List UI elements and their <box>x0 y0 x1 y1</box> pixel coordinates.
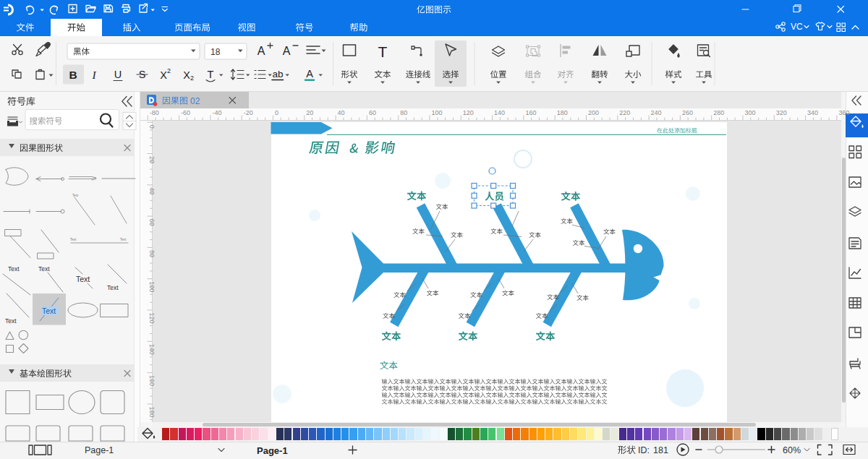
svg-text:320: 320 <box>776 109 787 116</box>
svg-text:A: A <box>306 68 313 80</box>
svg-text:40: 40 <box>338 109 345 116</box>
svg-text:U: U <box>114 69 122 80</box>
svg-text:T: T <box>378 43 388 60</box>
svg-text:A: A <box>258 45 265 57</box>
svg-text:2: 2 <box>167 67 171 74</box>
svg-text:0: 0 <box>275 109 278 116</box>
svg-text:Text: Text <box>120 238 127 241</box>
svg-text:Text: Text <box>38 265 50 273</box>
svg-text:A: A <box>283 45 291 57</box>
svg-text:X: X <box>160 69 167 81</box>
svg-text:ab: ab <box>272 69 283 80</box>
svg-text:160: 160 <box>525 109 536 116</box>
svg-text:X: X <box>183 69 190 81</box>
svg-text:-40: -40 <box>212 109 221 116</box>
svg-text:18: 18 <box>210 47 221 57</box>
svg-text:-20: -20 <box>244 109 253 116</box>
svg-text:60: 60 <box>369 109 376 116</box>
svg-text:240: 240 <box>651 109 662 116</box>
svg-text:Text: Text <box>107 284 119 291</box>
svg-text:220: 220 <box>619 109 630 116</box>
svg-text:300: 300 <box>745 109 756 116</box>
svg-text:B: B <box>69 69 77 81</box>
svg-text:20: 20 <box>306 109 313 116</box>
svg-text:Text: Text <box>70 238 77 241</box>
svg-text:340: 340 <box>807 109 818 116</box>
svg-text:360: 360 <box>838 109 849 116</box>
svg-text:260: 260 <box>682 109 693 116</box>
svg-text:0: 0 <box>148 125 156 129</box>
svg-text:-80: -80 <box>150 109 159 116</box>
svg-text:120: 120 <box>463 109 474 116</box>
svg-text:Text: Text <box>42 306 56 315</box>
svg-text:Page-1: Page-1 <box>257 445 288 456</box>
svg-text:Text: Text <box>76 275 90 283</box>
svg-text:VC: VC <box>791 22 803 32</box>
svg-text:-60: -60 <box>181 109 190 116</box>
svg-text:2: 2 <box>190 74 194 82</box>
svg-text:Text: Text <box>8 265 20 273</box>
svg-text:02: 02 <box>190 96 200 106</box>
svg-text:181: 181 <box>653 445 668 455</box>
svg-text:T: T <box>208 69 214 80</box>
svg-text:180: 180 <box>557 109 568 116</box>
svg-text:60: 60 <box>148 219 156 226</box>
svg-text:100: 100 <box>432 109 443 116</box>
svg-text:80: 80 <box>148 250 156 257</box>
svg-text:60%: 60% <box>783 445 801 455</box>
svg-text:I: I <box>91 69 96 81</box>
svg-text:140: 140 <box>494 109 505 116</box>
svg-text:ID:: ID: <box>638 445 650 455</box>
svg-text:20: 20 <box>148 156 156 163</box>
svg-text:80: 80 <box>400 109 407 116</box>
svg-text:40: 40 <box>148 187 156 194</box>
svg-text:Text: Text <box>5 317 17 325</box>
svg-text:Text: Text <box>72 194 79 197</box>
svg-text:280: 280 <box>713 109 724 116</box>
svg-text:200: 200 <box>588 109 599 116</box>
svg-text:Page-1: Page-1 <box>85 445 114 455</box>
